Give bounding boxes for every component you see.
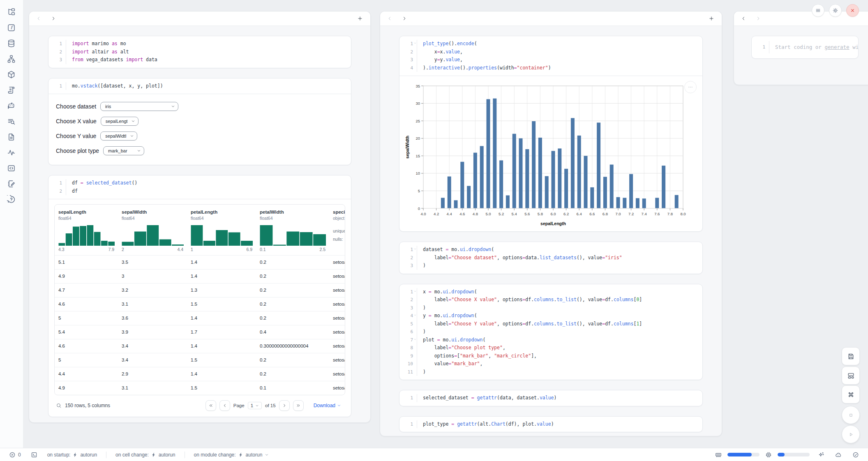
- logs-icon[interactable]: [6, 85, 17, 95]
- page-select[interactable]: 1: [248, 402, 262, 409]
- bar-chart[interactable]: 4.04.24.44.64.85.05.25.45.65.86.06.26.46…: [404, 81, 698, 228]
- dropdown-choose-x-value[interactable]: sepalLength: [101, 117, 139, 126]
- svg-text:6.4: 6.4: [577, 212, 582, 216]
- dropdown-choose-y-value[interactable]: sepalWidth: [100, 131, 137, 141]
- table-cell: 4.9: [55, 270, 118, 283]
- history-forward-button[interactable]: [755, 15, 762, 22]
- documentation-icon[interactable]: [6, 131, 17, 142]
- packages-icon[interactable]: [6, 69, 17, 80]
- dropdown-choose-plot-type[interactable]: mark_bar: [103, 146, 144, 155]
- dropdown-choose-dataset[interactable]: iris: [100, 102, 178, 111]
- errors-indicator[interactable]: 0: [7, 451, 23, 459]
- terminal-button[interactable]: [28, 451, 40, 459]
- table-row: 4.63.41.40.30000000000000004setosa: [55, 339, 345, 353]
- ai-assistant-button[interactable]: [815, 451, 827, 459]
- dropdown-label: Choose X value: [56, 118, 97, 124]
- connection-status-button[interactable]: [850, 451, 861, 459]
- file-explorer-icon[interactable]: [6, 7, 17, 17]
- svg-text:5.4: 5.4: [512, 212, 517, 216]
- layout-toggle-button[interactable]: [842, 366, 860, 385]
- cell-imports[interactable]: 1import marimo as mo2import altair as al…: [48, 36, 351, 68]
- chat-icon[interactable]: [6, 100, 17, 111]
- prev-page-button[interactable]: [219, 400, 230, 411]
- snippets-icon[interactable]: [6, 163, 17, 173]
- fold-caret-icon[interactable]: [413, 313, 417, 317]
- zap-icon: [238, 452, 243, 457]
- on-module-change-setting[interactable]: on module change: autorun: [192, 452, 272, 458]
- help-icon[interactable]: [6, 194, 17, 205]
- column-header-sepalWidth[interactable]: sepalWidthfloat6424.4: [118, 210, 187, 252]
- table-cell: 5.4: [55, 325, 118, 339]
- save-button[interactable]: [842, 347, 860, 365]
- history-back-button[interactable]: [36, 15, 42, 22]
- shutdown-button[interactable]: [846, 4, 859, 17]
- code-line: 1mo.vstack([dataset, x, y, plot]): [48, 82, 351, 90]
- settings-button[interactable]: [829, 4, 842, 17]
- on-cell-change-setting[interactable]: on cell change: autorun: [113, 452, 178, 458]
- download-button[interactable]: Download: [311, 402, 344, 409]
- column-header-sepalLength[interactable]: sepalLengthfloat644.37.9: [55, 210, 118, 252]
- column-header-petalWidth[interactable]: petalWidthfloat640.12.5: [256, 210, 329, 252]
- code-line: 3): [399, 262, 702, 270]
- first-page-button[interactable]: [205, 400, 216, 411]
- history-back-button[interactable]: [741, 15, 747, 22]
- cell-xy-plot-dropdowns[interactable]: 1x = mo.ui.dropdown(2 label="Choose X va…: [399, 284, 703, 380]
- cpu-usage-bar: [778, 453, 810, 456]
- data-sources-icon[interactable]: [6, 38, 17, 48]
- dropdown-label: Choose dataset: [56, 103, 96, 110]
- variables-icon[interactable]: f: [6, 22, 17, 33]
- table-cell: 1.5: [187, 297, 256, 311]
- fold-caret-icon[interactable]: [413, 290, 417, 293]
- run-all-button[interactable]: [842, 425, 860, 443]
- last-page-button[interactable]: [293, 400, 304, 411]
- code-line: 1import marimo as mo: [48, 40, 351, 48]
- on-startup-setting[interactable]: on startup: autorun: [45, 452, 99, 458]
- svg-text:0: 0: [418, 206, 420, 211]
- fold-caret-icon[interactable]: [413, 247, 417, 251]
- history-forward-button[interactable]: [51, 15, 57, 22]
- stop-kernel-button[interactable]: [842, 406, 860, 424]
- cell-plot-type[interactable]: 1plot_type = getattr(alt.Chart(df), plot…: [399, 416, 703, 433]
- fold-caret-icon[interactable]: [413, 41, 417, 45]
- fold-caret-icon[interactable]: [413, 338, 417, 341]
- cell-plot[interactable]: 1plot_type().encode(2 x=x.value,3 y=y.va…: [399, 36, 703, 232]
- menu-button[interactable]: [812, 4, 824, 17]
- zap-icon: [73, 452, 78, 457]
- cell-selected-dataset[interactable]: 1selected_dataset = getattr(data, datase…: [399, 390, 703, 406]
- table-cell: 1.3: [187, 284, 256, 297]
- code-line: 6): [399, 328, 702, 336]
- scratchpad-icon[interactable]: [6, 178, 17, 189]
- add-cell-button[interactable]: [709, 15, 715, 22]
- search-docs-icon[interactable]: [6, 116, 17, 127]
- svg-text:4.4: 4.4: [447, 212, 452, 216]
- column-header-species[interactable]: speciesobjectunique:nulls:: [329, 210, 345, 252]
- dropdown-label: Choose Y value: [56, 133, 96, 139]
- cell-dataset-dropdown[interactable]: 1dataset = mo.ui.dropdown(2 label="Choos…: [399, 242, 703, 274]
- cell-dataframe[interactable]: 1df = selected_dataset()2df sepalLengthf…: [48, 175, 351, 417]
- table-row: 4.93.11.50.1setosa: [55, 381, 345, 395]
- add-cell-button[interactable]: [357, 15, 364, 22]
- runtime-cloud-button[interactable]: [833, 451, 844, 459]
- history-forward-button[interactable]: [402, 15, 408, 22]
- column-histogram: [260, 224, 326, 246]
- dependency-graph-icon[interactable]: [6, 53, 17, 64]
- cell-vstack[interactable]: 1mo.vstack([dataset, x, y, plot]) Choose…: [48, 78, 351, 166]
- generate-with-ai-link[interactable]: generate: [824, 44, 849, 50]
- table-cell: 1.4: [187, 339, 256, 353]
- search-icon[interactable]: [56, 403, 62, 408]
- cell-empty[interactable]: 1 Start coding or generate with: [751, 36, 859, 59]
- tracing-icon[interactable]: [6, 147, 17, 158]
- check-circle-icon: [852, 452, 859, 458]
- table-cell: 3.6: [118, 311, 187, 325]
- panel-middle-header: [380, 12, 722, 26]
- next-page-button[interactable]: [279, 400, 290, 411]
- command-palette-button[interactable]: [842, 385, 860, 403]
- column-header-petalLength[interactable]: petalLengthfloat6416.9: [187, 210, 256, 252]
- svg-text:7.6: 7.6: [654, 212, 660, 216]
- chart-actions-button[interactable]: [684, 81, 697, 93]
- table-cell: 4.9: [55, 381, 118, 395]
- svg-text:4.6: 4.6: [459, 212, 465, 216]
- table-row: 5.13.51.40.2setosa: [55, 255, 345, 269]
- history-back-button[interactable]: [387, 15, 393, 22]
- page-label: Page: [233, 403, 245, 408]
